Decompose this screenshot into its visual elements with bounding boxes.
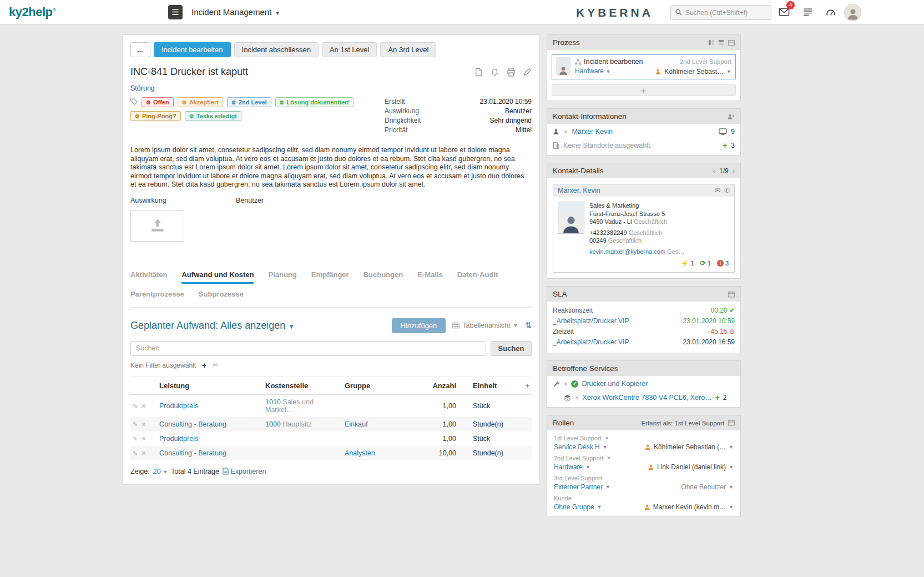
tab-aufwand-und-kosten[interactable]: Aufwand und Kosten xyxy=(181,270,254,284)
status-badge[interactable]: ⚙Lösung dokumentiert xyxy=(275,97,354,107)
service-link[interactable]: Drucker und Kopierer xyxy=(582,380,648,388)
back-button[interactable]: ← xyxy=(130,42,150,57)
columns-icon[interactable] xyxy=(708,39,714,46)
role-group-dropdown[interactable]: Hardware▼ xyxy=(554,463,590,471)
action-incident-abschliessen[interactable]: Incident abschliessen xyxy=(234,42,319,57)
leistung-link[interactable]: Consulting - Beratung xyxy=(159,449,226,457)
status-badge[interactable]: ⚙Offen xyxy=(142,97,174,107)
status-badge[interactable]: ⚙Akzeptiert xyxy=(178,97,223,107)
gruppe-link[interactable]: Analysten xyxy=(345,449,375,457)
hinzufuegen-button[interactable]: Hinzufügen xyxy=(392,318,446,333)
status-badge[interactable]: ⚙2nd Level xyxy=(227,97,271,107)
add-standort-icon[interactable]: + xyxy=(723,141,727,150)
row-delete-icon[interactable]: ✕ xyxy=(141,403,146,409)
row-edit-icon[interactable]: ✎ xyxy=(133,421,138,428)
tab-subprozesse[interactable]: Subprozesse xyxy=(199,290,244,302)
column-einheit[interactable]: Einheit xyxy=(471,377,517,394)
user-avatar[interactable] xyxy=(844,4,861,21)
view-dropdown[interactable]: Tabellenansicht ▼ xyxy=(452,322,518,329)
remove-contact-icon[interactable]: ✕ xyxy=(563,129,568,135)
column-anzahl[interactable]: Anzahl xyxy=(421,377,458,394)
action-an-1st-level[interactable]: An 1st Level xyxy=(322,42,377,57)
document-icon[interactable] xyxy=(474,68,483,77)
tab-emails[interactable]: E-Mails xyxy=(417,270,443,284)
add-person-icon[interactable] xyxy=(727,113,735,120)
add-column-button[interactable]: + xyxy=(517,377,532,394)
remove-role-icon[interactable]: ✕ xyxy=(605,435,609,441)
kostenstelle-link[interactable]: 1010 xyxy=(265,398,281,406)
action-incident-bearbeiten[interactable]: Incident bearbeiten xyxy=(154,42,231,57)
role-group-dropdown[interactable]: Ohne Gruppe▼ xyxy=(554,503,602,511)
role-group-dropdown[interactable]: Service Desk H▼ xyxy=(554,443,608,451)
prozess-step-card[interactable]: Incident bearbeiten 2nd Level Support Ha… xyxy=(552,54,736,79)
tab-buchungen[interactable]: Buchungen xyxy=(363,270,403,284)
gruppe-link[interactable]: Einkauf xyxy=(345,420,368,428)
role-group-dropdown[interactable]: Externer Partner▼ xyxy=(554,483,610,491)
prev-contact-icon[interactable]: ‹ xyxy=(713,167,715,175)
aufwand-heading[interactable]: Geplanter Aufwand: Alles anzeigen ▼ xyxy=(130,320,295,332)
leistung-link[interactable]: Consulting - Beratung xyxy=(159,420,226,428)
leistung-link[interactable]: Produktpreis xyxy=(159,435,198,443)
sla-definition-link[interactable]: _Arbeitsplatz/Drucker VIP xyxy=(553,337,629,348)
row-delete-icon[interactable]: ✕ xyxy=(141,421,146,428)
calendar-icon[interactable] xyxy=(728,291,735,298)
remove-asset-icon[interactable]: ✕ xyxy=(574,395,579,401)
hamburger-button[interactable]: ☰ xyxy=(168,5,183,19)
leistung-link[interactable]: Produktpreis xyxy=(159,402,198,410)
dashboard-button[interactable] xyxy=(821,4,840,21)
tab-daten-audit[interactable]: Daten-Audit xyxy=(457,270,498,284)
global-search-input[interactable] xyxy=(685,9,763,17)
action-an-3rd-level[interactable]: An 3rd Level xyxy=(380,42,436,57)
status-badge[interactable]: ⚙Tasks erledigt xyxy=(185,111,241,121)
kostenstelle-link[interactable]: 1000 xyxy=(265,420,281,428)
add-step-button[interactable]: + xyxy=(552,84,736,96)
next-contact-icon[interactable]: › xyxy=(733,167,735,175)
asset-link[interactable]: Xerox WorkCentre 7830 V4 PCL6, Xero… xyxy=(582,394,711,402)
recurring-metric[interactable]: ⟳1 xyxy=(700,259,711,267)
edit-icon[interactable] xyxy=(523,68,532,76)
row-delete-icon[interactable]: ✕ xyxy=(141,435,146,442)
role-user-dropdown[interactable]: Ohne Benutzer ▼ xyxy=(681,483,734,491)
step-group-dropdown[interactable]: Hardware xyxy=(575,67,604,75)
aufwand-search-button[interactable]: Suchen xyxy=(491,341,532,356)
row-edit-icon[interactable]: ✎ xyxy=(133,403,138,409)
export-link[interactable]: Exportieren xyxy=(223,468,266,475)
page-size-dropdown[interactable]: 20 ▼ xyxy=(153,468,168,475)
print-icon[interactable] xyxy=(507,68,516,77)
calendar-icon[interactable] xyxy=(728,419,735,427)
app-logo[interactable]: ky2help® xyxy=(9,5,56,19)
role-user-dropdown[interactable]: Marxer Kevin (kevin.m… ▼ xyxy=(644,503,734,511)
aufwand-search-input[interactable] xyxy=(130,341,486,356)
open-tickets-metric[interactable]: ⚡1 xyxy=(681,259,694,267)
tab-parentprozesse[interactable]: Parentprozesse xyxy=(130,290,184,302)
tab-empfaenger[interactable]: Empfänger xyxy=(311,270,349,284)
alerts-metric[interactable]: !3 xyxy=(717,260,729,267)
sla-definition-link[interactable]: _Arbeitsplatz/Drucker VIP xyxy=(553,316,629,327)
step-user-dropdown[interactable]: Köhlmeier Sebast… ▼ xyxy=(655,67,731,77)
tab-planung[interactable]: Planung xyxy=(268,270,296,284)
remove-service-icon[interactable]: ✕ xyxy=(563,381,568,387)
mail-button[interactable]: 4 xyxy=(775,4,794,21)
more-assets-icon[interactable]: + xyxy=(715,393,720,402)
row-edit-icon[interactable]: ✎ xyxy=(133,450,138,456)
phone-icon[interactable]: ✆ xyxy=(724,187,730,194)
contact-link[interactable]: Marxer Kevin xyxy=(572,128,613,136)
column-gruppe[interactable]: Gruppe xyxy=(342,377,421,394)
role-user-dropdown[interactable]: Köhlmeier Sebastian (… ▼ xyxy=(644,443,734,451)
tab-aktivitaeten[interactable]: Aktivitäten xyxy=(130,270,167,284)
add-filter-button[interactable]: + xyxy=(202,361,206,370)
column-leistung[interactable]: Leistung xyxy=(157,377,263,394)
remove-role-icon[interactable]: ✕ xyxy=(607,455,611,461)
rows-icon[interactable] xyxy=(718,39,724,46)
email-icon[interactable]: ✉ xyxy=(715,187,720,194)
row-delete-icon[interactable]: ✕ xyxy=(141,450,146,456)
module-switcher[interactable]: Incident Management▼ xyxy=(191,7,280,17)
global-search[interactable] xyxy=(670,5,771,20)
apply-filter-icon[interactable]: ⏎ xyxy=(213,362,218,369)
contact-email-link[interactable]: kevin.marxer@kyberna.com xyxy=(589,248,665,255)
bell-icon[interactable] xyxy=(491,68,499,77)
status-badge[interactable]: ⚙Ping-Pong? xyxy=(130,111,181,121)
role-user-dropdown[interactable]: Link Daniel (daniel.link) ▼ xyxy=(648,463,734,471)
column-kostenstelle[interactable]: Kostenstelle xyxy=(263,377,342,394)
attachment-upload[interactable] xyxy=(130,210,184,242)
